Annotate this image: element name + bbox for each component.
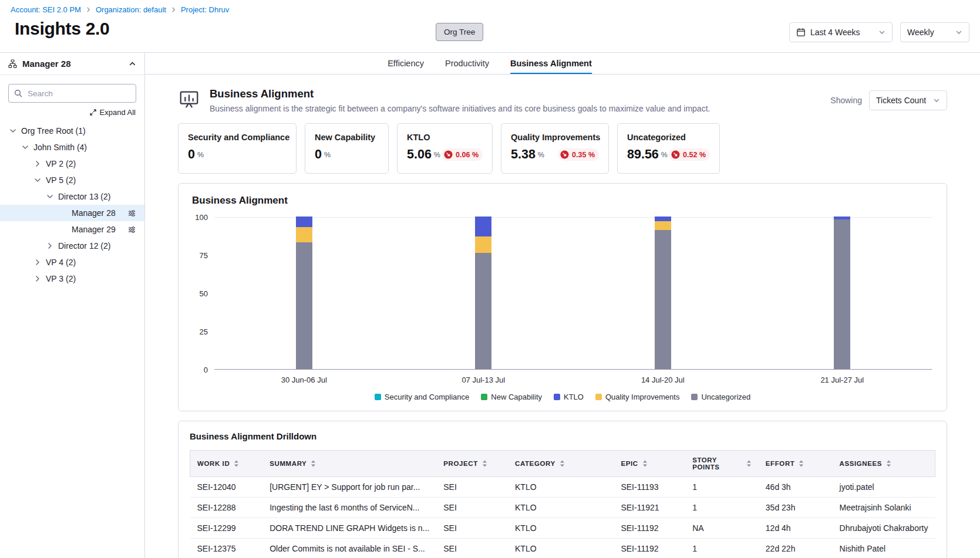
chevron-down-icon	[933, 97, 940, 104]
search-input[interactable]	[26, 89, 130, 99]
bar-segment-uncategorized[interactable]	[834, 219, 850, 369]
bar-segment-ktlo[interactable]	[475, 217, 491, 236]
column-header-assignees[interactable]: ASSIGNEES	[833, 451, 935, 477]
stat-card-value: 89.56	[627, 147, 659, 162]
stat-card-unit: %	[661, 151, 668, 159]
bar-segment-quality-improvements[interactable]	[475, 236, 491, 253]
cell-assignees: Dhrubajyoti Chakraborty	[833, 518, 935, 539]
column-header-category[interactable]: CATEGORY	[508, 451, 614, 477]
calendar-icon	[796, 28, 806, 37]
chevron-down-icon[interactable]	[22, 144, 29, 151]
sort-icon[interactable]	[482, 460, 487, 467]
x-axis-label: 30 Jun-06 Jul	[214, 376, 394, 384]
tree-item-director-13-2[interactable]: Director 13 (2)	[0, 188, 144, 205]
bar-segment-ktlo[interactable]	[655, 217, 671, 221]
tree-item-manager-29[interactable]: Manager 29	[0, 221, 144, 238]
chevron-right-icon[interactable]	[34, 160, 41, 167]
breadcrumb-link-organization-default[interactable]: Organization: default	[96, 5, 166, 14]
sort-icon[interactable]	[746, 460, 752, 467]
cell-work-id: SEI-12040	[190, 477, 263, 498]
y-axis-tick: 75	[200, 251, 208, 260]
column-header-epic[interactable]: EPIC	[614, 451, 685, 477]
breadcrumb-link-account-sei-2-0-pm[interactable]: Account: SEI 2.0 PM	[11, 5, 81, 14]
legend-item-ktlo[interactable]: KTLO	[554, 393, 584, 401]
column-header-project[interactable]: PROJECT	[436, 451, 508, 477]
tree-item-vp-2-2[interactable]: VP 2 (2)	[0, 155, 144, 172]
bar-segment-ktlo[interactable]	[296, 217, 312, 227]
column-header-summary[interactable]: SUMMARY	[262, 451, 436, 477]
stat-card-title: Quality Improvements	[511, 133, 599, 142]
date-range-select[interactable]: Last 4 Weeks	[789, 22, 893, 42]
filter-icon[interactable]	[127, 225, 136, 234]
tree-item-vp-5-2[interactable]: VP 5 (2)	[0, 172, 144, 188]
section-description: Business alignment is the strategic fit …	[210, 104, 710, 113]
tree-item-manager-28[interactable]: Manager 28	[0, 205, 144, 221]
stat-card-title: KTLO	[407, 133, 483, 142]
tab-productivity[interactable]: Productivity	[445, 53, 489, 74]
chevron-up-icon[interactable]	[129, 60, 136, 67]
chevron-right-icon[interactable]	[34, 275, 41, 282]
legend-item-uncategorized[interactable]: Uncategorized	[691, 393, 750, 401]
showing-value: Tickets Count	[876, 96, 926, 105]
column-header-label: EPIC	[621, 460, 638, 467]
stat-card-unit: %	[324, 151, 331, 159]
expand-all-button[interactable]: Expand All	[9, 108, 136, 117]
chevron-down-icon[interactable]	[46, 193, 53, 200]
showing-label: Showing	[830, 96, 862, 105]
tab-bar: EfficiencyProductivityBusiness Alignment	[145, 53, 980, 75]
showing-select[interactable]: Tickets Count	[869, 90, 947, 110]
legend-item-quality-improvements[interactable]: Quality Improvements	[595, 393, 679, 401]
column-header-effort[interactable]: EFFORT	[759, 451, 833, 477]
tree-item-director-12-2[interactable]: Director 12 (2)	[0, 238, 144, 254]
tree-item-label: VP 2 (2)	[46, 159, 76, 168]
tree-item-vp-3-2[interactable]: VP 3 (2)	[0, 270, 144, 287]
chart-area: 0255075100	[214, 217, 932, 370]
stat-card-unit: %	[434, 151, 440, 159]
tab-business-alignment[interactable]: Business Alignment	[510, 53, 592, 74]
search-icon	[14, 89, 22, 97]
tree-item-label: Director 12 (2)	[58, 241, 110, 251]
stacked-bar-07-jul-13-jul	[475, 217, 491, 369]
legend-item-new-capability[interactable]: New Capability	[481, 393, 542, 401]
sort-icon[interactable]	[234, 460, 239, 467]
bar-segment-uncategorized[interactable]	[296, 242, 312, 369]
sort-icon[interactable]	[642, 460, 648, 467]
tab-efficiency[interactable]: Efficiency	[388, 53, 424, 74]
org-tree-button[interactable]: Org Tree	[436, 23, 483, 41]
tree-item-org-tree-root-1[interactable]: Org Tree Root (1)	[0, 123, 144, 139]
legend-item-security-and-compliance[interactable]: Security and Compliance	[375, 393, 470, 401]
sort-icon[interactable]	[799, 460, 804, 467]
sort-icon[interactable]	[560, 460, 565, 467]
chevron-down-icon[interactable]	[9, 127, 16, 134]
bar-segment-quality-improvements[interactable]	[655, 221, 671, 231]
x-axis-labels: 30 Jun-06 Jul07 Jul-13 Jul14 Jul-20 Jul2…	[214, 376, 932, 384]
bar-segment-uncategorized[interactable]	[655, 230, 671, 369]
chevron-right-icon[interactable]	[34, 259, 41, 266]
legend-swatch	[375, 394, 381, 400]
tree-item-vp-4-2[interactable]: VP 4 (2)	[0, 254, 144, 270]
legend-swatch	[691, 394, 698, 400]
chevron-right-icon[interactable]	[46, 242, 53, 249]
column-header-label: CATEGORY	[515, 460, 555, 467]
cell-effort: 12d 4h	[759, 518, 833, 539]
expand-icon	[90, 109, 96, 116]
column-header-work-id[interactable]: WORK ID	[190, 451, 263, 477]
cell-story-points: NA	[685, 518, 759, 539]
sort-icon[interactable]	[886, 460, 891, 467]
granularity-select[interactable]: Weekly	[900, 22, 969, 42]
column-header-label: SUMMARY	[270, 460, 307, 467]
bar-segment-uncategorized[interactable]	[475, 253, 491, 369]
breadcrumb-link-project-dhruv[interactable]: Project: Dhruv	[181, 5, 229, 14]
filter-icon[interactable]	[127, 209, 136, 218]
stat-delta-value: 0.06 %	[456, 151, 479, 159]
tree-item-label: Manager 28	[72, 208, 116, 218]
sort-icon[interactable]	[311, 460, 316, 467]
cell-work-id: SEI-12299	[190, 518, 263, 539]
cell-effort: 35d 23h	[759, 498, 833, 518]
bar-segment-quality-improvements[interactable]	[296, 227, 312, 242]
column-header-story-points[interactable]: STORY POINTS	[685, 451, 759, 477]
page-title: Insights 2.0	[15, 19, 109, 39]
tree-item-john-smith-4[interactable]: John Smith (4)	[0, 139, 144, 155]
cell-story-points: 1	[685, 498, 759, 518]
chevron-down-icon[interactable]	[34, 177, 41, 184]
